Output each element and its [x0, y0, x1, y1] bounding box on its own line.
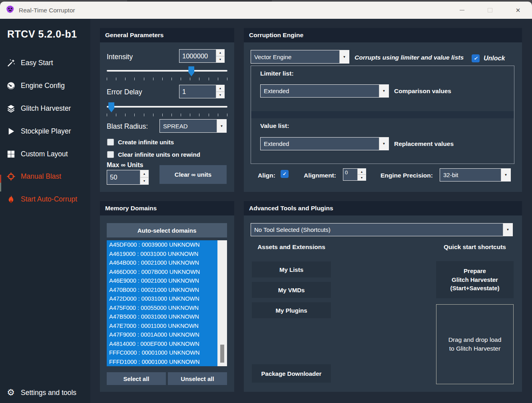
prepare-glitch-harvester-button[interactable]: Prepare Glitch Harvester (Start+Savestat…	[436, 261, 514, 298]
intensity-slider-thumb[interactable]	[188, 66, 194, 76]
general-parameters-panel: General Parameters Intensity 1000000 ▲ ▼…	[100, 28, 234, 192]
sidebar-item-stockpile-player[interactable]: Stockpile Player	[6, 126, 71, 137]
limiter-list-dropdown[interactable]: Extended ▼	[260, 84, 389, 98]
engine-precision-dropdown[interactable]: 32-bit ▼	[440, 168, 511, 182]
intensity-decrement-button[interactable]: ▼	[216, 56, 224, 63]
align-checkbox[interactable]: ✓	[281, 170, 289, 178]
error-delay-slider[interactable]	[107, 102, 227, 113]
tool-selector-value: No Tool Selected (Shortcuts)	[251, 223, 503, 236]
blast-radius-dropdown-button[interactable]: ▼	[217, 120, 226, 132]
panel-title: Advanced Tools and Plugins	[244, 201, 522, 215]
memory-domains-listbox: A45DF000 : 00039000 UNKNOWNA4619000 : 00…	[107, 240, 227, 366]
value-list-dropdown-button[interactable]: ▼	[379, 138, 389, 150]
tool-selector-dropdown[interactable]: No Tool Selected (Shortcuts) ▼	[251, 223, 513, 236]
memory-domain-item[interactable]: A45DF000 : 00039000 UNKNOWN	[107, 240, 217, 249]
memory-domain-item[interactable]: A4814000 : 000EF000 UNKNOWN	[107, 339, 217, 349]
my-vmds-button[interactable]: My VMDs	[252, 282, 331, 298]
select-all-button[interactable]: Select all	[107, 372, 166, 385]
memory-domain-item[interactable]: FFFD1000 : 00001000 UNKNOWN	[107, 357, 217, 367]
clear-infinite-units-button[interactable]: Clear ∞ units	[159, 165, 227, 184]
value-list-label: Value list:	[260, 122, 289, 130]
grid-icon	[6, 149, 16, 159]
unlock-checkbox-row[interactable]: ✓ Unlock	[472, 54, 505, 62]
max-units-label: Max ∞ Units	[107, 162, 143, 169]
sidebar-item-label: Manual Blast	[21, 172, 61, 181]
crosshair-icon	[6, 172, 16, 181]
unselect-all-button[interactable]: Unselect all	[168, 372, 227, 385]
error-delay-input[interactable]: 1	[179, 85, 216, 98]
error-delay-slider-thumb[interactable]	[108, 102, 114, 112]
memory-domains-scrollbar[interactable]	[217, 240, 227, 366]
intensity-slider-ticks	[107, 78, 227, 80]
minimize-button[interactable]	[448, 2, 476, 19]
sidebar-item-engine-config[interactable]: Engine Config	[6, 80, 65, 91]
titlebar-left: Real-Time Corruptor	[0, 5, 75, 16]
blast-radius-dropdown[interactable]: SPREAD ▼	[159, 119, 227, 133]
intensity-slider-track[interactable]	[107, 70, 227, 72]
chevron-down-icon: ▼	[383, 89, 386, 93]
alignment-label: Alignment:	[304, 172, 336, 179]
maximize-button[interactable]	[476, 2, 504, 19]
memory-domain-item[interactable]: A475F000 : 00055000 UNKNOWN	[107, 303, 217, 313]
alignment-input[interactable]: 0	[343, 169, 357, 180]
alignment-increment-button[interactable]: ▲	[358, 169, 366, 175]
memory-domain-item[interactable]: A47E7000 : 00011000 UNKNOWN	[107, 321, 217, 331]
memory-domain-item[interactable]: A470B000 : 00021000 UNKNOWN	[107, 285, 217, 295]
panel-title: Memory Domains	[100, 201, 234, 215]
my-plugins-button[interactable]: My Plugins	[252, 302, 331, 318]
wand-icon	[6, 58, 16, 68]
limiter-list-dropdown-button[interactable]: ▼	[379, 85, 389, 97]
error-delay-slider-track[interactable]	[107, 106, 227, 108]
clear-infinite-units-on-rewind-checkbox-row[interactable]: Clear infinite units on rewind	[107, 151, 200, 158]
max-units-increment-button[interactable]: ▲	[140, 170, 148, 178]
memory-domain-item[interactable]: A47B5000 : 00031000 UNKNOWN	[107, 312, 217, 321]
memory-domain-item[interactable]: A464B000 : 00021000 UNKNOWN	[107, 258, 217, 267]
error-delay-label: Error Delay	[107, 88, 142, 96]
intensity-input[interactable]: 1000000	[179, 50, 216, 62]
auto-select-domains-button[interactable]: Auto-select domains	[107, 223, 227, 237]
close-button[interactable]: ✕	[504, 2, 532, 19]
gauge-icon	[6, 81, 16, 90]
unlock-checkbox[interactable]: ✓	[472, 54, 480, 62]
intensity-slider[interactable]	[107, 66, 227, 77]
max-units-decrement-button[interactable]: ▼	[140, 178, 148, 184]
sidebar-item-label: Settings and tools	[21, 389, 76, 397]
create-infinite-units-checkbox-row[interactable]: Create infinite units	[107, 139, 174, 146]
alignment-decrement-button[interactable]: ▼	[358, 175, 366, 180]
scrollbar-thumb[interactable]	[220, 345, 224, 363]
my-lists-button[interactable]: My Lists	[252, 261, 331, 277]
memory-domain-item[interactable]: A466D000 : 0007B000 UNKNOWN	[107, 267, 217, 277]
checkbox-label: Create infinite units	[118, 139, 174, 146]
replacement-values-label: Replacement values	[394, 140, 454, 148]
engine-dropdown[interactable]: Vector Engine ▼	[251, 50, 349, 64]
sidebar-item-settings-and-tools[interactable]: ⚙ Settings and tools	[6, 387, 76, 398]
sidebar-item-manual-blast[interactable]: Manual Blast	[6, 171, 61, 182]
memory-domain-item[interactable]: A46E9000 : 00021000 UNKNOWN	[107, 276, 217, 285]
glitch-harvester-drop-zone[interactable]: Drag and drop load to Glitch Harvester	[436, 304, 514, 384]
value-list-dropdown[interactable]: Extended ▼	[260, 137, 389, 150]
memory-domain-item[interactable]: A4619000 : 00031000 UNKNOWN	[107, 249, 217, 259]
memory-domain-item[interactable]: A472D000 : 00031000 UNKNOWN	[107, 294, 217, 303]
sidebar-item-custom-layout[interactable]: Custom Layout	[6, 148, 68, 160]
engine-dropdown-button[interactable]: ▼	[339, 50, 349, 63]
max-units-input[interactable]: 50	[107, 170, 140, 184]
sidebar-item-start-auto-corrupt[interactable]: Start Auto-Corrupt	[6, 194, 77, 205]
error-delay-decrement-button[interactable]: ▼	[216, 92, 224, 98]
chevron-down-icon: ▼	[220, 124, 223, 128]
clear-infinite-units-on-rewind-checkbox[interactable]	[107, 151, 114, 158]
layers-icon	[6, 104, 16, 113]
intensity-increment-button[interactable]: ▲	[216, 50, 224, 56]
maximize-icon	[488, 8, 492, 12]
error-delay-increment-button[interactable]: ▲	[216, 85, 224, 92]
sidebar-item-glitch-harvester[interactable]: Glitch Harvester	[6, 103, 71, 114]
package-downloader-button[interactable]: Package Downloader	[252, 364, 331, 383]
engine-precision-dropdown-button[interactable]: ▼	[501, 169, 510, 181]
create-infinite-units-checkbox[interactable]	[107, 139, 114, 146]
lists-groupbox: Limiter list: Extended ▼ Comparison valu…	[251, 66, 514, 164]
memory-domain-item[interactable]: A47F9000 : 0001A000 UNKNOWN	[107, 330, 217, 339]
memory-domains-panel: Memory Domains Auto-select domains A45DF…	[100, 201, 234, 392]
memory-domain-item[interactable]: FFFC0000 : 00001000 UNKNOWN	[107, 348, 217, 357]
sidebar-item-easy-start[interactable]: Easy Start	[6, 57, 53, 68]
tool-selector-dropdown-button[interactable]: ▼	[503, 223, 512, 236]
sidebar-item-label: Stockpile Player	[21, 127, 71, 136]
